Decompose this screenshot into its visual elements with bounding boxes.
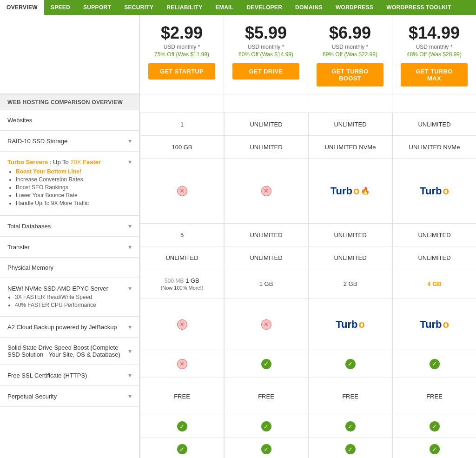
startup-memory-old: 500 MB 1 GB (165, 277, 199, 284)
label-ssl: Free SSL Certificate (HTTPS) ▾ (0, 365, 139, 385)
nvme-bullet-1: 3X FASTER Read/Write Speed (15, 294, 132, 300)
max-perpetual: ✓ (392, 438, 476, 458)
get-drive-button[interactable]: GET DRIVE (232, 63, 299, 80)
max-nvme-o: o (443, 319, 449, 331)
nav-reliability[interactable]: RELIABILITY (160, 0, 209, 15)
turbo-boost-was: (Was $22.99) (344, 51, 377, 58)
max-backup-check-icon: ✓ (430, 359, 440, 369)
startup-nvme-x-icon: ✕ (177, 319, 187, 330)
data-columns: 1 100 GB ✕ 5 UNLIMITED 500 MB 1 GB (Now … (139, 94, 476, 458)
databases-title: Total Databases (7, 223, 51, 230)
transfer-expand-icon[interactable]: ▾ (128, 243, 132, 251)
drive-databases: UNLIMITED (224, 224, 308, 246)
physical-memory-title: Physical Memory (7, 264, 53, 271)
max-transfer: UNLIMITED (392, 246, 476, 269)
drive-ssd-free: FREE (258, 393, 274, 400)
boost-backup: ✓ (308, 350, 392, 378)
startup-off-pct: 75% Off (154, 51, 174, 58)
turbo-servers-faster: Faster (83, 159, 101, 166)
boost-transfer: UNLIMITED (308, 246, 392, 269)
perpetual-security-expand-icon[interactable]: ▾ (128, 392, 132, 400)
turbo-servers-upto: : Up To (50, 159, 71, 166)
get-turbo-boost-button[interactable]: GET TURBO BOOST (317, 63, 383, 86)
turbo-boost-discount: 69% Off (Was $22.99) (313, 51, 387, 58)
boost-ssd-free: FREE (342, 393, 358, 400)
turbo-servers-expand-icon[interactable]: ▾ (128, 158, 132, 166)
a2-backup-expand-icon[interactable]: ▾ (128, 323, 132, 331)
max-nvme: Turbo (392, 299, 476, 350)
turbo-max-price: $14.99 (397, 23, 471, 43)
max-raid: UNLIMITED NVMe (392, 136, 476, 159)
drive-perpetual: ✓ (224, 438, 308, 458)
plan-turbo-boost: $6.99 USD monthly * 69% Off (Was $22.99)… (308, 15, 392, 94)
drive-ssd: FREE (224, 378, 308, 415)
drive-was: (Was $14.99) (260, 51, 293, 58)
label-physical-memory: Physical Memory (0, 258, 139, 278)
startup-perpetual-check-icon: ✓ (177, 444, 187, 454)
startup-discount: 75% Off (Was $11.99) (145, 51, 219, 58)
startup-ssd-free: FREE (174, 393, 190, 400)
turbo-boost-period: USD monthly * (313, 44, 387, 50)
drive-off-pct: 60% Off (238, 51, 258, 58)
get-startup-button[interactable]: GET STARTUP (148, 63, 215, 80)
drive-memory: 1 GB (224, 269, 308, 299)
turbo-bullet-4: Handle Up To 9X More Traffic (16, 200, 132, 206)
perpetual-security-title: Perpetual Security (7, 393, 57, 400)
nav-support[interactable]: SUPPORT (77, 0, 118, 15)
databases-expand-icon[interactable]: ▾ (128, 222, 132, 230)
turbo-servers-speed-link[interactable]: 20X (70, 159, 81, 166)
nvme-list: 3X FASTER Read/Write Speed 40% FASTER CP… (7, 294, 132, 310)
drive-ssl: ✓ (224, 415, 308, 438)
max-turbo-o: o (443, 185, 449, 197)
label-perpetual-security: Perpetual Security ▾ (0, 386, 139, 406)
boost-nvme: Turbo (308, 299, 392, 350)
max-databases: UNLIMITED (392, 224, 476, 246)
turbo-max-off-pct: 48% Off (407, 51, 427, 58)
drive-backup: ✓ (224, 350, 308, 378)
startup-ssl-check-icon: ✓ (177, 421, 187, 431)
strikethrough-500mb: 500 MB (165, 278, 184, 284)
ssd-boost-title: Solid State Drive Speed Boost (Complete … (7, 344, 128, 358)
label-websites: Websites (0, 110, 139, 130)
nav-speed[interactable]: SPEED (44, 0, 77, 15)
boost-backup-check-icon: ✓ (345, 359, 356, 369)
boost-nvme-text: Turb (336, 319, 357, 331)
startup-turbo: ✕ (140, 159, 224, 224)
raid-title: RAID-10 SSD Storage (7, 138, 67, 145)
ssd-boost-expand-icon[interactable]: ▾ (128, 347, 132, 355)
a2-backup-title: A2 Cloud Backup powered by JetBackup (7, 324, 117, 331)
plan-turbo-max: $14.99 USD monthly * 48% Off (Was $28.99… (392, 15, 476, 94)
label-a2-backup: A2 Cloud Backup powered by JetBackup ▾ (0, 317, 139, 337)
boost-turbo-badge: Turbo🔥 (331, 185, 370, 197)
get-turbo-max-button[interactable]: GET TURBO MAX (401, 63, 468, 86)
drive-nvme: ✕ (224, 299, 308, 350)
drive-transfer: UNLIMITED (224, 246, 308, 269)
data-col-turbo-max: UNLIMITED UNLIMITED NVMe Turbo UNLIMITED… (392, 94, 476, 458)
nav-domains[interactable]: DOMAINS (289, 0, 329, 15)
drive-discount: 60% Off (Was $14.99) (229, 51, 303, 58)
nav-overview[interactable]: OVERVIEW (0, 0, 44, 15)
boost-perpetual: ✓ (308, 438, 392, 458)
max-nvme-turbo-badge: Turbo (420, 319, 449, 331)
ssl-expand-icon[interactable]: ▾ (128, 372, 132, 379)
drive-period: USD monthly * (229, 44, 303, 50)
max-websites: UNLIMITED (392, 113, 476, 136)
label-transfer: Transfer ▾ (0, 237, 139, 257)
nav-developer[interactable]: DEVELOPER (240, 0, 289, 15)
comparison-section-header: WEB HOSTING COMPARISON OVERVIEW (0, 94, 139, 110)
raid-expand-icon[interactable]: ▾ (128, 137, 132, 145)
nav-wordpress[interactable]: WORDPRESS (329, 0, 380, 15)
plan-drive: $5.99 USD monthly * 60% Off (Was $14.99)… (224, 15, 308, 94)
turbo-max-was: (Was $28.99) (428, 51, 462, 58)
nvme-expand-icon[interactable]: ▾ (128, 285, 132, 292)
nav-wordpress-toolkit[interactable]: WORDPRESS TOOLKIT (380, 0, 458, 15)
max-ssd: FREE (392, 378, 476, 415)
turbo-bullet-2: Boost SEO Rankings (16, 184, 132, 191)
max-ssl-check-icon: ✓ (430, 421, 440, 431)
drive-perpetual-check-icon: ✓ (261, 444, 271, 454)
drive-backup-check-icon: ✓ (261, 359, 271, 369)
nav-security[interactable]: SECURITY (118, 0, 160, 15)
label-raid: RAID-10 SSD Storage ▾ (0, 131, 139, 151)
nav-email[interactable]: EMAIL (209, 0, 240, 15)
drive-nvme-x-icon: ✕ (261, 319, 271, 330)
